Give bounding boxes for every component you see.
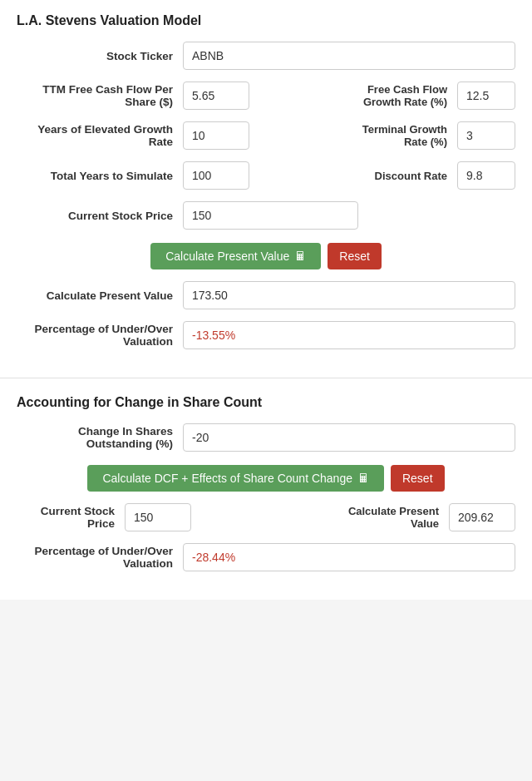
calculate-pv-button[interactable]: Calculate Present Value 🖩 [150,243,321,269]
s2-current-stock-input[interactable] [125,503,191,531]
change-shares-row: Change In Shares Outstanding (%) [17,423,515,452]
s2-pct-label: Percentage of Under/Over Valuation [17,545,183,570]
stock-ticker-label: Stock Ticker [17,50,183,62]
calculate-dcf-button[interactable]: Calculate DCF + Effects of Share Count C… [87,465,384,492]
section1-title: L.A. Stevens Valuation Model [17,13,515,28]
calc-result-row: Calculate Present Value [17,281,515,309]
s2-pct-row: Percentage of Under/Over Valuation [17,543,515,571]
ttm-fcf-row: TTM Free Cash Flow Per Share ($) Free Ca… [17,82,515,110]
reset-button[interactable]: Reset [328,243,382,269]
section-divider [0,378,532,378]
total-years-pair: Total Years to Simulate [17,161,266,190]
fcf-growth-input[interactable] [457,82,515,110]
calc-result-input[interactable] [183,281,515,309]
change-shares-label: Change In Shares Outstanding (%) [17,425,183,450]
total-years-label: Total Years to Simulate [17,170,183,182]
terminal-growth-pair: Terminal Growth Rate (%) [266,121,515,150]
years-pair: Years of Elevated Growth Rate [17,121,266,150]
dcf-buttons-row: Calculate DCF + Effects of Share Count C… [17,465,515,492]
years-elevated-label: Years of Elevated Growth Rate [17,123,183,148]
pct-row: Percentage of Under/Over Valuation [17,321,515,349]
total-years-discount-row: Total Years to Simulate Discount Rate [17,161,515,190]
ttm-label: TTM Free Cash Flow Per Share ($) [17,83,183,108]
section-share-count: Accounting for Change in Share Count Cha… [0,382,532,600]
dcf-calculator-icon: 🖩 [357,472,369,485]
ttm-input[interactable] [183,82,249,110]
total-years-input[interactable] [183,161,249,190]
s2-calc-pv-pair: Calculate Present Value [266,503,515,531]
s2-pct-input[interactable] [183,543,515,571]
reset2-button[interactable]: Reset [391,465,445,492]
reset-label: Reset [339,250,370,263]
s2-stock-pv-row: Current Stock Price Calculate Present Va… [17,503,515,531]
years-terminal-row: Years of Elevated Growth Rate Terminal G… [17,121,515,150]
years-elevated-input[interactable] [183,121,249,150]
page: L.A. Stevens Valuation Model Stock Ticke… [0,0,532,600]
calculate-pv-label: Calculate Present Value [165,250,289,263]
current-stock-label: Current Stock Price [17,210,183,222]
current-stock-row: Current Stock Price [17,201,515,230]
change-shares-input[interactable] [183,423,515,452]
section-valuation-model: L.A. Stevens Valuation Model Stock Ticke… [0,0,532,378]
calc-result-label: Calculate Present Value [17,289,183,302]
reset2-label: Reset [402,472,433,485]
s2-stock-pair: Current Stock Price [17,503,266,531]
discount-rate-input[interactable] [457,161,515,190]
section2-title: Accounting for Change in Share Count [17,395,515,410]
calculator-icon: 🖩 [294,250,306,263]
s2-calc-pv-input[interactable] [449,503,515,531]
pct-label: Percentage of Under/Over Valuation [17,323,183,348]
terminal-growth-input[interactable] [457,121,515,150]
stock-ticker-row: Stock Ticker [17,42,515,70]
calc-buttons-row: Calculate Present Value 🖩 Reset [17,243,515,269]
discount-rate-pair: Discount Rate [266,161,515,190]
discount-rate-label: Discount Rate [349,170,457,182]
calculate-dcf-label: Calculate DCF + Effects of Share Count C… [102,472,352,485]
ttm-pair: TTM Free Cash Flow Per Share ($) [17,82,266,110]
fcf-growth-pair: Free Cash Flow Growth Rate (%) [266,82,515,110]
current-stock-input[interactable] [183,201,358,230]
s2-current-stock-label: Current Stock Price [17,505,125,530]
s2-calc-pv-label: Calculate Present Value [341,505,449,530]
fcf-growth-label: Free Cash Flow Growth Rate (%) [349,83,457,108]
pct-input[interactable] [183,321,515,349]
stock-ticker-input[interactable] [183,42,515,70]
terminal-growth-label: Terminal Growth Rate (%) [349,123,457,148]
